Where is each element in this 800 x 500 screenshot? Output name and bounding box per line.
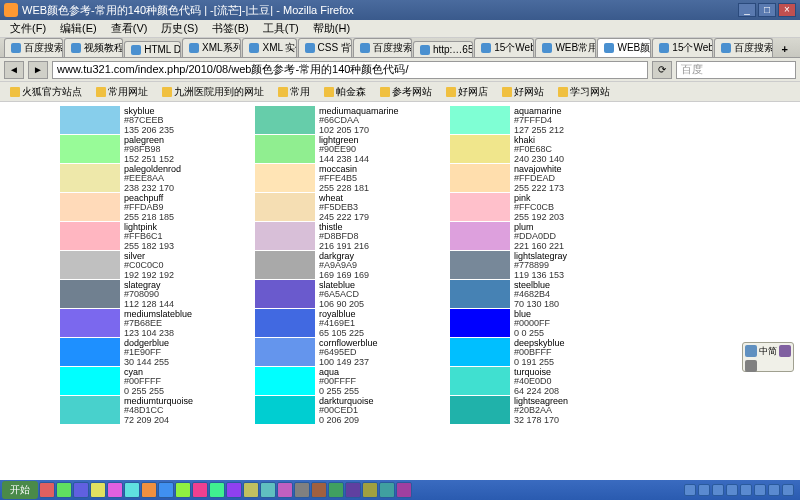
taskbar-item[interactable] (379, 482, 395, 498)
browser-tab[interactable]: 百度搜索… (4, 38, 63, 57)
menu-item[interactable]: 查看(V) (105, 20, 154, 37)
bookmark-item[interactable]: 帕金森 (318, 83, 372, 101)
color-rgb: 106 90 205 (319, 300, 406, 309)
taskbar-item[interactable] (294, 482, 310, 498)
taskbar-item[interactable] (328, 482, 344, 498)
color-swatch (255, 106, 315, 134)
bookmark-item[interactable]: 好网站 (496, 83, 550, 101)
tray-icon[interactable] (768, 484, 780, 496)
tab-favicon (542, 43, 552, 53)
bookmark-item[interactable]: 好网店 (440, 83, 494, 101)
taskbar-item[interactable] (277, 482, 293, 498)
menu-item[interactable]: 编辑(E) (54, 20, 103, 37)
reload-button[interactable]: ⟳ (652, 61, 672, 79)
bookmark-label: 学习网站 (570, 85, 610, 99)
color-info: lightpink#FFB6C1255 182 193 (120, 222, 215, 250)
menu-item[interactable]: 书签(B) (206, 20, 255, 37)
color-info: moccasin#FFE4B5255 228 181 (315, 164, 410, 192)
start-button[interactable]: 开始 (2, 481, 38, 499)
url-input[interactable]: www.tu321.com/index.php/2010/08/web颜色参考-… (52, 61, 648, 79)
browser-tab[interactable]: 15个Web… (474, 38, 534, 57)
close-button[interactable]: × (778, 3, 796, 17)
color-row: darkgray#A9A9A9169 169 169 (255, 251, 410, 279)
color-info: cornflowerblue#6495ED100 149 237 (315, 338, 410, 366)
taskbar-item[interactable] (90, 482, 106, 498)
taskbar-item[interactable] (396, 482, 412, 498)
color-swatch (255, 338, 315, 366)
color-rgb: 112 128 144 (124, 300, 211, 309)
bookmark-item[interactable]: 参考网站 (374, 83, 438, 101)
browser-tab[interactable]: WEB颜… (597, 38, 651, 57)
browser-tab[interactable]: CSS 背景 (298, 38, 352, 57)
color-swatch (450, 193, 510, 221)
bookmark-item[interactable]: 九洲医院用到的网址 (156, 83, 270, 101)
menu-item[interactable]: 文件(F) (4, 20, 52, 37)
color-rgb: 169 169 169 (319, 271, 406, 280)
back-button[interactable]: ◄ (4, 61, 24, 79)
forward-button[interactable]: ► (28, 61, 48, 79)
color-row: palegoldenrod#EEE8AA238 232 170 (60, 164, 215, 192)
new-tab-button[interactable]: + (774, 41, 796, 57)
browser-tab[interactable]: HTML D… (124, 41, 181, 57)
taskbar-item[interactable] (141, 482, 157, 498)
browser-tab[interactable]: XML系列… (182, 38, 241, 57)
bookmark-item[interactable]: 火狐官方站点 (4, 83, 88, 101)
tray-icon[interactable] (712, 484, 724, 496)
folder-icon (10, 87, 20, 97)
menu-item[interactable]: 历史(S) (155, 20, 204, 37)
tray-icon[interactable] (684, 484, 696, 496)
taskbar-item[interactable] (260, 482, 276, 498)
search-input[interactable]: 百度 (676, 61, 796, 79)
taskbar-item[interactable] (107, 482, 123, 498)
color-swatch (255, 193, 315, 221)
tab-label: XML系列… (202, 41, 241, 55)
browser-tab[interactable]: WEB常用… (535, 38, 596, 57)
browser-tab[interactable]: 视频教程… (64, 38, 123, 57)
ime-panel[interactable]: 中简 (742, 342, 794, 372)
tray-icon[interactable] (698, 484, 710, 496)
tray-icon[interactable] (754, 484, 766, 496)
taskbar-item[interactable] (73, 482, 89, 498)
tray-icon[interactable] (726, 484, 738, 496)
menu-item[interactable]: 帮助(H) (307, 20, 356, 37)
taskbar-item[interactable] (39, 482, 55, 498)
bookmark-label: 好网店 (458, 85, 488, 99)
browser-tab[interactable]: 15个Web… (652, 38, 712, 57)
color-rgb: 123 104 238 (124, 329, 211, 338)
color-rgb: 0 0 255 (514, 329, 601, 338)
taskbar-item[interactable] (56, 482, 72, 498)
taskbar-item[interactable] (158, 482, 174, 498)
menubar: 文件(F)编辑(E)查看(V)历史(S)书签(B)工具(T)帮助(H) (0, 20, 800, 38)
browser-tab[interactable]: 百度搜索… (353, 38, 412, 57)
tray-icon[interactable] (782, 484, 794, 496)
color-row: royalblue#4169E165 105 225 (255, 309, 410, 337)
bookmark-item[interactable]: 学习网站 (552, 83, 616, 101)
bookmark-item[interactable]: 常用网址 (90, 83, 154, 101)
browser-tab[interactable]: http:…6549 (413, 41, 473, 57)
tab-label: WEB颜… (617, 41, 651, 55)
color-info: aqua#00FFFF0 255 255 (315, 367, 410, 395)
tray-icon[interactable] (740, 484, 752, 496)
taskbar-item[interactable] (226, 482, 242, 498)
tab-favicon (11, 43, 21, 53)
taskbar-item[interactable] (175, 482, 191, 498)
taskbar-item[interactable] (192, 482, 208, 498)
browser-tab[interactable]: 百度搜索… (714, 38, 773, 57)
taskbar-item[interactable] (345, 482, 361, 498)
ime-settings-icon (745, 360, 757, 372)
taskbar-item[interactable] (124, 482, 140, 498)
color-info: dodgerblue#1E90FF30 144 255 (120, 338, 215, 366)
maximize-button[interactable]: □ (758, 3, 776, 17)
color-info: steelblue#4682B470 130 180 (510, 280, 605, 308)
taskbar-item[interactable] (311, 482, 327, 498)
minimize-button[interactable]: _ (738, 3, 756, 17)
color-swatch (255, 309, 315, 337)
taskbar-item[interactable] (362, 482, 378, 498)
color-swatch (60, 251, 120, 279)
taskbar-item[interactable] (209, 482, 225, 498)
browser-tab[interactable]: XML 实例 (242, 38, 296, 57)
bookmark-item[interactable]: 常用 (272, 83, 316, 101)
color-rgb: 0 255 255 (319, 387, 406, 396)
taskbar-item[interactable] (243, 482, 259, 498)
menu-item[interactable]: 工具(T) (257, 20, 305, 37)
